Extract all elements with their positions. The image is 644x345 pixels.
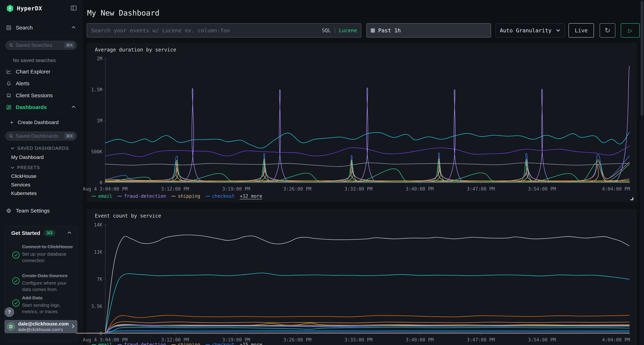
legend-item[interactable]: email — [92, 193, 112, 199]
svg-text:3:12:00 PM: 3:12:00 PM — [161, 186, 189, 192]
legend-item[interactable]: checkout — [206, 342, 234, 345]
svg-text:3:19:00 PM: 3:19:00 PM — [222, 186, 250, 192]
chevron-up-icon — [71, 105, 76, 109]
get-started-item-desc: Start sending logs, metrics, or traces — [22, 302, 74, 315]
sidebar-collapse-icon[interactable] — [71, 5, 77, 11]
legend-label: checkout — [212, 193, 234, 199]
sidebar-item-clickhouse[interactable]: ClickHouse — [11, 173, 36, 179]
event-count-chart-panel: Event count by service 03.5K7K11K14KAug … — [87, 209, 637, 345]
event-search-input[interactable] — [91, 27, 322, 34]
sidebar-item-chart-explorer[interactable]: Chart Explorer — [0, 67, 82, 76]
legend-item[interactable]: checkout — [206, 193, 234, 199]
granularity-select[interactable]: Auto Granularity — [496, 23, 565, 37]
duration-chart-canvas[interactable]: 0500K1M1.5M2MAug 4 3:04:00 PM3:12:00 PM3… — [90, 57, 632, 193]
legend-label: fraud-detection — [124, 193, 166, 199]
logo-row: HyperDX — [6, 4, 77, 13]
svg-text:3:47:00 PM: 3:47:00 PM — [467, 337, 495, 343]
event-search-box[interactable]: SQL | Lucene — [87, 23, 361, 37]
svg-text:Aug 4 3:04:00 PM: Aug 4 3:04:00 PM — [83, 186, 128, 192]
legend-item[interactable]: shipping — [172, 342, 200, 345]
saved-searches-input[interactable]: ⌘K — [5, 41, 77, 50]
create-dashboard-label: Create Dashboard — [18, 120, 59, 125]
get-started-item[interactable]: Connect to ClickHouse Set up your databa… — [10, 243, 74, 264]
svg-text:3:26:00 PM: 3:26:00 PM — [283, 186, 312, 192]
sidebar-item-label: Search — [16, 25, 33, 31]
svg-text:3:33:00 PM: 3:33:00 PM — [344, 337, 373, 343]
refresh-icon: ↻ — [605, 26, 610, 34]
legend-color-dash — [206, 345, 210, 345]
legend-more-link[interactable]: +15 more — [240, 342, 262, 345]
live-button[interactable]: Live — [568, 23, 594, 37]
sidebar-item-dashboards[interactable]: Dashboards — [0, 102, 82, 112]
sidebar-item-team-settings[interactable]: Team Settings — [0, 206, 82, 216]
group-label: PRESETS — [17, 165, 40, 170]
saved-searches-field[interactable] — [16, 42, 64, 48]
svg-text:3:54:00 PM: 3:54:00 PM — [528, 186, 556, 192]
chevron-down-icon — [10, 147, 15, 150]
legend-label: email — [98, 193, 112, 199]
sql-toggle[interactable]: SQL — [322, 27, 331, 33]
plus-icon: + — [10, 120, 14, 125]
create-dashboard-button[interactable]: + Create Dashboard — [0, 118, 82, 127]
presets-group-header[interactable]: PRESETS — [10, 165, 40, 170]
legend-more-link[interactable]: +12 more — [240, 193, 262, 199]
legend-color-dash — [118, 345, 122, 345]
granularity-value: Auto Granularity — [500, 27, 552, 34]
sidebar-item-label: Client Sessions — [16, 92, 53, 98]
refresh-button[interactable]: ↻ — [600, 23, 616, 37]
scrollbar-thumb[interactable] — [641, 1, 643, 115]
legend-color-dash — [172, 196, 176, 196]
svg-text:4:04:00 PM: 4:04:00 PM — [602, 186, 630, 192]
user-email: dale@clickhouse.com — [18, 321, 72, 327]
sidebar-item-services[interactable]: Services — [11, 182, 30, 188]
legend-item[interactable]: shipping — [172, 193, 200, 199]
calendar-icon — [370, 28, 375, 33]
sidebar-item-label: Team Settings — [16, 208, 50, 214]
sidebar-item-kubernetes[interactable]: Kubernetes — [11, 191, 37, 196]
scrollbar-track[interactable] — [640, 0, 644, 345]
legend-color-dash — [92, 196, 96, 196]
sidebar-item-my-dashboard[interactable]: My Dashboard — [11, 154, 44, 160]
svg-text:1M: 1M — [97, 118, 102, 123]
time-range-picker[interactable]: Past 1h — [366, 23, 491, 37]
legend-item[interactable]: email — [92, 342, 112, 345]
lucene-toggle[interactable]: Lucene — [339, 27, 357, 33]
run-query-button[interactable]: ▷ — [621, 23, 640, 37]
saved-dashboards-field[interactable] — [16, 133, 64, 139]
sidebar: HyperDX Search ⌘K No saved searches Char… — [0, 0, 82, 345]
get-started-item[interactable]: Add Data Start sending logs, metrics, or… — [10, 295, 74, 315]
saved-dashboards-input[interactable]: ⌘K — [5, 132, 77, 140]
help-button[interactable]: ? — [4, 307, 14, 317]
legend-color-dash — [118, 196, 122, 196]
sidebar-item-label: Alerts — [16, 80, 30, 86]
legend-label: email — [98, 342, 112, 345]
bell-icon — [6, 81, 12, 86]
sidebar-item-alerts[interactable]: Alerts — [0, 79, 82, 88]
get-started-progress-badge: 3/3 — [44, 230, 55, 236]
svg-text:14K: 14K — [94, 222, 102, 228]
sidebar-item-label: Chart Explorer — [16, 69, 50, 75]
legend-item[interactable]: fraud-detection — [118, 193, 166, 199]
svg-text:3.5K: 3.5K — [91, 304, 102, 309]
chart-title: Average duration by service — [95, 47, 176, 53]
event-count-chart-canvas[interactable]: 03.5K7K11K14KAug 4 3:04:00 PM3:12:00 PM3… — [90, 223, 632, 344]
get-started-item[interactable]: Create Data Sources Configure where your… — [10, 272, 74, 293]
check-circle-icon — [10, 243, 22, 264]
svg-text:3:12:00 PM: 3:12:00 PM — [161, 337, 189, 343]
get-started-header[interactable]: Get Started 3/3 — [11, 230, 72, 236]
get-started-item-title: Add Data — [22, 295, 74, 301]
svg-text:0: 0 — [100, 180, 102, 185]
svg-text:7K: 7K — [97, 277, 102, 282]
sidebar-item-client-sessions[interactable]: Client Sessions — [0, 91, 82, 100]
svg-text:3:54:00 PM: 3:54:00 PM — [528, 337, 556, 343]
svg-text:3:40:00 PM: 3:40:00 PM — [406, 337, 434, 343]
get-started-item-desc: Configure where your data comes from — [22, 280, 74, 293]
gear-icon — [6, 208, 12, 213]
saved-dashboards-group-header[interactable]: SAVED DASHBOARDS — [10, 146, 69, 151]
dashboards-icon — [6, 105, 12, 110]
panel-resize-handle[interactable] — [630, 197, 633, 200]
legend-item[interactable]: fraud-detection — [118, 342, 166, 345]
user-menu[interactable]: D dale@clickhouse.com dale@clickhouse.co… — [4, 320, 78, 333]
chevron-up-icon[interactable] — [67, 231, 72, 235]
sidebar-item-search[interactable]: Search — [0, 23, 82, 32]
